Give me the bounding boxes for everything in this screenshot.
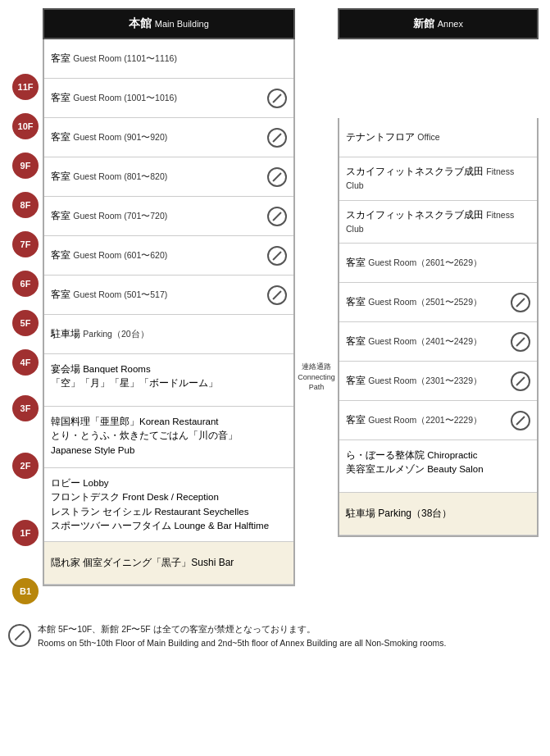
annex-floor-cell-2F-annex: 客室 Guest Room（2201〜2229） bbox=[339, 401, 537, 440]
annex-floor-cell-5F-annex: 客室 Guest Room（2501〜2529） bbox=[339, 283, 537, 322]
floor-labels-column: 11F10F9F8F7F6F5F4F3F2F1FB1 bbox=[8, 8, 43, 613]
main-floor-row-2F: 韓国料理「亜里郎」Korean Restaurantとり・とうふ・炊きたてごはん… bbox=[43, 407, 295, 468]
main-floor-row-6F: 客室 Guest Room (601〜620) bbox=[43, 236, 295, 276]
no-smoking-footnote-icon bbox=[8, 624, 31, 647]
buildings-layout: 11F10F9F8F7F6F5F4F3F2F1FB1 本館 Main Build… bbox=[8, 8, 542, 613]
annex-header: 新館 Annex bbox=[338, 8, 539, 39]
main-floor-text-5F: 客室 Guest Room (501〜517) bbox=[51, 287, 167, 302]
annex-floor-cell-6F-annex: 客室 Guest Room（2601〜2629） bbox=[339, 244, 537, 283]
no-smoking-icon bbox=[267, 285, 287, 305]
connecting-path-jp: 連絡通路 bbox=[302, 362, 331, 372]
annex-floor-text-B1-annex: 駐車場 Parking（38台） bbox=[346, 506, 452, 521]
annex-floor-row-1F-annex: ら・ぼーる整体院 Chiropractic美容室エルメゾン Beauty Sal… bbox=[338, 440, 539, 493]
main-floors: 客室 Guest Room (1101〜1116)客室 Guest Room (… bbox=[43, 39, 295, 586]
floor-label-10F: 10F bbox=[12, 113, 39, 139]
annex-floor-row-7F-annex: スカイフィットネスクラブ成田 Fitness Club bbox=[338, 201, 539, 244]
main-floor-text-4F: 駐車場 Parking（20台） bbox=[51, 326, 149, 341]
annex-floor-text-9F-annex: テナントフロア Office bbox=[346, 130, 440, 144]
annex-floor-cell-1F-annex: ら・ぼーる整体院 Chiropractic美容室エルメゾン Beauty Sal… bbox=[339, 440, 537, 493]
annex-floor-row-9F-annex: テナントフロア Office bbox=[338, 118, 539, 157]
no-smoking-icon bbox=[267, 246, 287, 266]
main-floor-text-B1: 隠れ家 個室ダイニング「黒子」Sushi Bar bbox=[51, 555, 234, 570]
annex-floor-text-6F-annex: 客室 Guest Room（2601〜2629） bbox=[346, 255, 482, 270]
main-floor-row-10F: 客室 Guest Room (1001〜1016) bbox=[43, 79, 295, 118]
main-floor-cell-9F: 客室 Guest Room (901〜920) bbox=[44, 118, 293, 157]
main-floor-text-3F: 宴会場 Banquet Rooms「空」「月」「星」「ボードルーム」 bbox=[51, 362, 218, 391]
main-building-header: 本館 Main Building bbox=[43, 8, 295, 39]
main-floor-text-9F: 客室 Guest Room (901〜920) bbox=[51, 130, 167, 144]
floor-label-B1: B1 bbox=[12, 578, 39, 604]
main-floor-row-7F: 客室 Guest Room (701〜720) bbox=[43, 197, 295, 236]
footnote-line2: Rooms on 5th~10th Floor of Main Building… bbox=[38, 636, 446, 650]
no-smoking-icon bbox=[511, 411, 530, 430]
main-building-en: Main Building bbox=[155, 19, 209, 29]
footnote-line1: 本館 5F〜10F、新館 2F〜5F は全ての客室が禁煙となっております。 bbox=[38, 622, 446, 636]
annex-floor-row-6F-annex: 客室 Guest Room（2601〜2629） bbox=[338, 244, 539, 283]
main-floor-text-7F: 客室 Guest Room (701〜720) bbox=[51, 208, 167, 223]
main-floor-cell-7F: 客室 Guest Room (701〜720) bbox=[44, 197, 293, 236]
no-smoking-icon bbox=[267, 128, 287, 148]
main-floor-row-8F: 客室 Guest Room (801〜820) bbox=[43, 157, 295, 197]
main-floor-cell-4F: 駐車場 Parking（20台） bbox=[44, 315, 293, 354]
page-layout: 11F10F9F8F7F6F5F4F3F2F1FB1 本館 Main Build… bbox=[8, 8, 542, 650]
annex-floors: テナントフロア Officeスカイフィットネスクラブ成田 Fitness Clu… bbox=[338, 39, 539, 537]
no-smoking-icon bbox=[511, 293, 530, 312]
annex-floor-text-8F-annex: スカイフィットネスクラブ成田 Fitness Club bbox=[346, 164, 530, 194]
annex-floor-cell-7F-annex: スカイフィットネスクラブ成田 Fitness Club bbox=[339, 201, 537, 244]
annex-floor-text-7F-annex: スカイフィットネスクラブ成田 Fitness Club bbox=[346, 207, 530, 237]
annex-floor-row-8F-annex: スカイフィットネスクラブ成田 Fitness Club bbox=[338, 157, 539, 201]
annex-floor-cell-3F-annex: 客室 Guest Room（2301〜2329） bbox=[339, 362, 537, 401]
annex-en: Annex bbox=[438, 19, 463, 29]
floor-label-3F: 3F bbox=[12, 395, 39, 421]
main-building-jp: 本館 bbox=[129, 16, 152, 30]
floor-label-4F: 4F bbox=[12, 349, 39, 376]
annex-floor-row-2F-annex: 客室 Guest Room（2201〜2229） bbox=[338, 401, 539, 440]
annex-floor-row-B1-annex: 駐車場 Parking（38台） bbox=[338, 493, 539, 537]
main-floor-cell-B1: 隠れ家 個室ダイニング「黒子」Sushi Bar bbox=[44, 542, 293, 585]
main-floor-row-4F: 駐車場 Parking（20台） bbox=[43, 315, 295, 354]
annex-floor-text-5F-annex: 客室 Guest Room（2501〜2529） bbox=[346, 294, 482, 309]
annex-floor-text-1F-annex: ら・ぼーる整体院 Chiropractic美容室エルメゾン Beauty Sal… bbox=[346, 449, 484, 477]
main-building-column: 本館 Main Building 客室 Guest Room (1101〜111… bbox=[43, 8, 295, 586]
no-smoking-icon bbox=[267, 207, 287, 226]
floor-label-8F: 8F bbox=[12, 192, 39, 218]
footnote-text: 本館 5F〜10F、新館 2F〜5F は全ての客室が禁煙となっております。 Ro… bbox=[38, 622, 446, 650]
main-floor-cell-8F: 客室 Guest Room (801〜820) bbox=[44, 157, 293, 197]
annex-floor-text-3F-annex: 客室 Guest Room（2301〜2329） bbox=[346, 373, 482, 388]
main-floor-row-B1: 隠れ家 個室ダイニング「黒子」Sushi Bar bbox=[43, 542, 295, 586]
main-floor-text-11F: 客室 Guest Room (1101〜1116) bbox=[51, 51, 177, 66]
main-floor-text-2F: 韓国料理「亜里郎」Korean Restaurantとり・とうふ・炊きたてごはん… bbox=[51, 415, 238, 458]
main-floor-row-3F: 宴会場 Banquet Rooms「空」「月」「星」「ボードルーム」 bbox=[43, 354, 295, 407]
main-floor-text-1F: ロビー Lobbyフロントデスク Front Desk / Receptionレ… bbox=[51, 476, 269, 533]
no-smoking-icon bbox=[511, 332, 530, 352]
annex-floor-row-3F-annex: 客室 Guest Room（2301〜2329） bbox=[338, 362, 539, 401]
floor-label-5F: 5F bbox=[12, 310, 39, 336]
annex-column: 新館 Annex テナントフロア Officeスカイフィットネスクラブ成田 Fi… bbox=[338, 8, 539, 537]
main-floor-cell-11F: 客室 Guest Room (1101〜1116) bbox=[44, 39, 293, 79]
connecting-path-column: 連絡通路Connecting Path bbox=[295, 8, 338, 581]
main-floor-cell-2F: 韓国料理「亜里郎」Korean Restaurantとり・とうふ・炊きたてごはん… bbox=[44, 407, 293, 468]
annex-floor-text-2F-annex: 客室 Guest Room（2201〜2229） bbox=[346, 412, 482, 427]
main-floor-text-6F: 客室 Guest Room (601〜620) bbox=[51, 248, 167, 262]
no-smoking-icon bbox=[267, 89, 287, 108]
floor-label-1F: 1F bbox=[12, 520, 39, 546]
main-floor-row-5F: 客室 Guest Room (501〜517) bbox=[43, 276, 295, 315]
main-floor-text-8F: 客室 Guest Room (801〜820) bbox=[51, 169, 167, 184]
main-floor-text-10F: 客室 Guest Room (1001〜1016) bbox=[51, 90, 177, 105]
annex-floor-text-4F-annex: 客室 Guest Room（2401〜2429） bbox=[346, 334, 482, 348]
annex-floor-cell-8F-annex: スカイフィットネスクラブ成田 Fitness Club bbox=[339, 157, 537, 201]
no-smoking-icon bbox=[511, 371, 530, 391]
annex-floor-row-4F-annex: 客室 Guest Room（2401〜2429） bbox=[338, 322, 539, 362]
floor-label-9F: 9F bbox=[12, 153, 39, 179]
annex-floor-cell-B1-annex: 駐車場 Parking（38台） bbox=[339, 493, 537, 535]
connecting-path-en: Connecting Path bbox=[295, 372, 338, 393]
no-smoking-icon bbox=[267, 167, 287, 187]
floor-label-11F: 11F bbox=[12, 74, 39, 100]
floor-label-6F: 6F bbox=[12, 271, 39, 297]
main-floor-cell-10F: 客室 Guest Room (1001〜1016) bbox=[44, 79, 293, 118]
main-floor-row-9F: 客室 Guest Room (901〜920) bbox=[43, 118, 295, 157]
annex-floor-cell-9F-annex: テナントフロア Office bbox=[339, 118, 537, 157]
annex-jp: 新館 bbox=[413, 17, 434, 30]
annex-floor-cell-4F-annex: 客室 Guest Room（2401〜2429） bbox=[339, 322, 537, 362]
floor-label-2F: 2F bbox=[12, 453, 39, 479]
